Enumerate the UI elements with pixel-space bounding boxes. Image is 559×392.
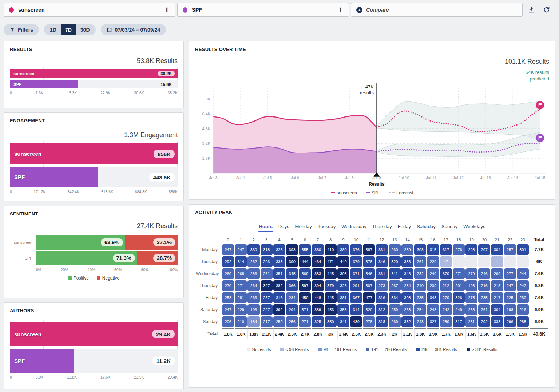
heatmap-cell[interactable]: 247 — [222, 244, 234, 255]
heatmap-cell[interactable]: 445 — [325, 292, 337, 303]
heatmap-cell[interactable]: 380 — [312, 244, 324, 255]
query-menu-icon[interactable]: ⋮ — [162, 6, 172, 14]
heatmap-cell[interactable]: 366 — [286, 280, 298, 291]
heatmap-cell[interactable]: 279 — [465, 268, 477, 279]
heatmap-cell[interactable]: 244 — [517, 268, 529, 279]
heatmap-cell[interactable]: 326 — [453, 292, 465, 303]
heatmap-cell[interactable]: 242 — [517, 280, 529, 291]
heatmap-cell[interactable]: 281 — [261, 268, 273, 279]
heatmap-cell[interactable]: 397 — [261, 280, 273, 291]
tab-hours[interactable]: Hours — [256, 223, 275, 232]
heatmap-cell[interactable]: 269 — [389, 316, 401, 327]
heatmap-cell[interactable]: 345 — [286, 268, 298, 279]
heatmap-cell[interactable]: 304 — [491, 244, 503, 255]
heatmap-cell[interactable]: 248 — [414, 316, 426, 327]
heatmap-cell[interactable]: 285 — [478, 292, 490, 303]
heatmap-cell[interactable]: 304 — [491, 304, 503, 315]
heatmap-cell[interactable]: 316 — [273, 292, 285, 303]
compare-button[interactable]: + Compare — [351, 3, 523, 17]
heatmap-cell[interactable]: 369 — [299, 268, 311, 279]
heatmap-cell[interactable]: 264 — [247, 280, 259, 291]
heatmap-cell[interactable]: 394 — [312, 280, 324, 291]
heatmap-cell[interactable]: 261 — [414, 256, 426, 267]
heatmap-cell[interactable]: 350 — [325, 316, 337, 327]
heatmap-cell[interactable]: 301 — [517, 244, 529, 255]
heatmap-cell[interactable]: 297 — [261, 304, 273, 315]
heatmap-cell[interactable]: 381 — [337, 292, 349, 303]
heatmap-cell[interactable]: 393 — [286, 244, 298, 255]
heatmap-cell[interactable]: 281 — [235, 292, 247, 303]
heatmap-cell[interactable]: 333 — [491, 316, 503, 327]
heatmap-cell[interactable]: 1 — [491, 256, 503, 267]
heatmap-cell[interactable]: 273 — [376, 280, 388, 291]
download-button[interactable] — [527, 5, 536, 14]
heatmap-cell[interactable]: 346 — [401, 268, 413, 279]
heatmap-cell[interactable]: 444 — [299, 256, 311, 267]
heatmap-cell[interactable]: 464 — [312, 256, 324, 267]
heatmap-cell[interactable]: 193 — [465, 280, 477, 291]
heatmap-cell[interactable]: 217 — [261, 316, 273, 327]
heatmap-cell[interactable]: 336 — [401, 256, 413, 267]
heatmap-cell[interactable]: 343 — [427, 292, 439, 303]
heatmap-cell[interactable]: 320 — [363, 304, 375, 315]
heatmap-cell[interactable]: 278 — [363, 316, 375, 327]
heatmap-cell[interactable]: 229 — [235, 304, 247, 315]
heatmap-cell[interactable]: 318 — [261, 244, 273, 255]
heatmap-cell[interactable]: 308 — [414, 244, 426, 255]
heatmap-cell[interactable]: 316 — [376, 292, 388, 303]
heatmap-cell[interactable] — [504, 256, 516, 267]
heatmap-cell[interactable]: 280 — [440, 316, 452, 327]
heatmap-cell[interactable]: 239 — [427, 280, 439, 291]
heatmap-cell[interactable]: 397 — [299, 280, 311, 291]
refresh-button[interactable] — [542, 5, 551, 14]
heatmap-cell[interactable]: 270 — [222, 280, 234, 291]
range-30d[interactable]: 30D — [76, 24, 94, 35]
tab-friday[interactable]: Friday — [395, 223, 413, 232]
heatmap-cell[interactable]: 448 — [312, 292, 324, 303]
heatmap-cell[interactable]: 325 — [312, 316, 324, 327]
heatmap-cell[interactable]: 327 — [427, 316, 439, 327]
heatmap-cell[interactable]: 247 — [222, 304, 234, 315]
heatmap-cell[interactable]: 379 — [325, 280, 337, 291]
heatmap-cell[interactable]: 314 — [350, 304, 362, 315]
heatmap-cell[interactable]: 453 — [325, 304, 337, 315]
heatmap-cell[interactable]: 184 — [247, 316, 259, 327]
heatmap-cell[interactable]: 212 — [440, 280, 452, 291]
heatmap-cell[interactable]: 259 — [389, 304, 401, 315]
date-picker[interactable]: 07/03/24 – 07/09/24 — [101, 24, 166, 35]
heatmap-cell[interactable]: 383 — [312, 268, 324, 279]
heatmap-cell[interactable]: 210 — [235, 316, 247, 327]
heatmap-cell[interactable]: 382 — [273, 280, 285, 291]
heatmap-cell[interactable]: 371 — [299, 304, 311, 315]
heatmap-cell[interactable]: 320 — [389, 256, 401, 267]
range-7d[interactable]: 7D — [61, 24, 76, 35]
heatmap-cell[interactable]: 317 — [453, 316, 465, 327]
heatmap-cell[interactable]: 288 — [517, 316, 529, 327]
heatmap-cell[interactable] — [453, 256, 465, 267]
heatmap-cell[interactable]: 271 — [299, 316, 311, 327]
heatmap-cell[interactable]: 242 — [440, 304, 452, 315]
heatmap-cell[interactable]: 217 — [491, 292, 503, 303]
heatmap-cell[interactable]: 281 — [465, 316, 477, 327]
heatmap-cell[interactable] — [478, 256, 490, 267]
heatmap-cell[interactable]: 361 — [376, 244, 388, 255]
heatmap-cell[interactable]: 392 — [273, 304, 285, 315]
heatmap-cell[interactable]: 367 — [350, 292, 362, 303]
tab-days[interactable]: Days — [276, 223, 292, 232]
sentiment-row[interactable]: 71.3% 28.7% — [36, 251, 178, 265]
heatmap-cell[interactable]: 216 — [478, 280, 490, 291]
heatmap-cell[interactable]: 351 — [273, 268, 285, 279]
heatmap-cell[interactable]: 328 — [337, 280, 349, 291]
heatmap-cell[interactable]: 294 — [286, 304, 298, 315]
heatmap-cell[interactable]: 249 — [427, 268, 439, 279]
query-menu-icon[interactable]: ⋮ — [335, 6, 346, 14]
heatmap-cell[interactable]: 243 — [427, 304, 439, 315]
tab-saturday[interactable]: Saturday — [414, 223, 438, 232]
heatmap-cell[interactable]: 445 — [325, 268, 337, 279]
heatmap-cell[interactable]: 333 — [273, 256, 285, 267]
bar-row[interactable]: sunscreen 29.4K — [10, 322, 178, 346]
heatmap-cell[interactable]: 216 — [517, 304, 529, 315]
heatmap-cell[interactable]: 346 — [376, 256, 388, 267]
sentiment-row[interactable]: 62.9% 37.1% — [36, 235, 178, 250]
heatmap-cell[interactable]: 352 — [401, 316, 413, 327]
